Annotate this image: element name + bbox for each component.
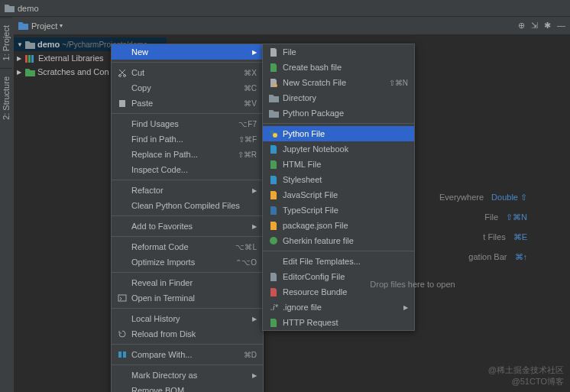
- menu-item[interactable]: Python File: [263, 126, 414, 141]
- menu-item[interactable]: Copy⌘C: [112, 80, 263, 96]
- menu-item[interactable]: Stylesheet: [263, 172, 414, 187]
- css-icon: [267, 175, 280, 185]
- hint-key: ⌘E: [513, 232, 527, 242]
- menu-label: Cut: [128, 68, 244, 77]
- svg-point-13: [274, 84, 277, 87]
- chevron-down-icon[interactable]: ▼: [17, 41, 23, 48]
- chevron-right-icon: ▶: [252, 187, 257, 194]
- tool-window-stripe: 1: Project 2: Structure: [0, 17, 14, 392]
- menu-item[interactable]: Inspect Code...: [112, 162, 263, 177]
- menu-item[interactable]: .i*.ignore file▶: [263, 300, 414, 315]
- svg-rect-8: [123, 352, 126, 358]
- hint-text: t Files: [483, 232, 505, 241]
- dir-icon: [267, 109, 280, 118]
- paste-icon: [116, 99, 128, 108]
- welcome-hints: EverywhereDouble ⇧ File⇧⌘N t Files⌘E gat…: [298, 187, 550, 294]
- menu-item[interactable]: Open in Terminal: [112, 290, 263, 306]
- menu-label: Stylesheet: [280, 175, 408, 184]
- menu-item[interactable]: Refactor▶: [112, 183, 263, 198]
- menu-label: Local History: [128, 314, 252, 323]
- menu-item[interactable]: Mark Directory as▶: [112, 368, 263, 383]
- menu-label: Copy: [128, 83, 244, 92]
- hint-text: File: [484, 212, 498, 222]
- menu-label: HTML File: [280, 160, 408, 169]
- scratch-icon: [267, 78, 280, 88]
- svg-point-3: [119, 75, 121, 77]
- chevron-right-icon: ▶: [252, 372, 257, 379]
- ec-icon: [267, 272, 280, 282]
- project-toolbar: Project ▾ ⊕ ⇲ ✱ —: [14, 17, 570, 35]
- svg-point-15: [273, 133, 277, 138]
- menu-label: New: [128, 47, 252, 57]
- menu-label: Reveal in Finder: [128, 278, 257, 287]
- menu-item[interactable]: Remove BOM: [112, 383, 263, 392]
- expand-icon[interactable]: ⇲: [531, 21, 538, 31]
- hint-key: Double ⇧: [491, 193, 527, 202]
- svg-point-4: [124, 75, 126, 77]
- menu-item[interactable]: Jupyter Notebook: [263, 141, 414, 157]
- menu-label: Reload from Disk: [128, 329, 257, 339]
- drop-hint: Drop files here to open: [370, 280, 455, 289]
- chevron-right-icon[interactable]: ▶: [17, 69, 23, 76]
- shortcut: ⌃⌥O: [235, 258, 257, 267]
- side-tab-project[interactable]: 1: Project: [0, 17, 12, 68]
- tree-label: External Libraries: [38, 53, 104, 63]
- menu-item[interactable]: Reload from Disk: [112, 326, 263, 342]
- project-label[interactable]: Project: [31, 21, 57, 31]
- shortcut: ⌥F7: [238, 120, 257, 128]
- menu-item[interactable]: Optimize Imports⌃⌥O: [112, 254, 263, 270]
- menu-item[interactable]: Directory: [263, 90, 414, 105]
- hide-icon[interactable]: —: [557, 21, 565, 31]
- menu-item[interactable]: Paste⌘V: [112, 96, 263, 111]
- menu-label: Python File: [280, 129, 408, 138]
- menu-item[interactable]: Find Usages⌥F7: [112, 116, 263, 131]
- svg-text:.i*: .i*: [270, 303, 278, 312]
- side-tab-structure[interactable]: 2: Structure: [0, 68, 12, 128]
- json-icon: [267, 221, 280, 231]
- menu-item[interactable]: Python Package: [263, 105, 414, 121]
- menu-item[interactable]: Replace in Path...⇧⌘R: [112, 147, 263, 162]
- libraries-icon: [25, 54, 36, 63]
- ign-icon: .i*: [267, 303, 280, 312]
- folder-icon: [25, 40, 35, 49]
- menu-label: File: [280, 47, 408, 57]
- menu-item[interactable]: Local History▶: [112, 311, 263, 326]
- chevron-right-icon: ▶: [252, 316, 257, 322]
- locate-icon[interactable]: ⊕: [518, 21, 525, 31]
- menu-item[interactable]: Add to Favorites▶: [112, 219, 263, 234]
- menu-item[interactable]: Clean Python Compiled Files: [112, 198, 263, 213]
- menu-item[interactable]: Reveal in Finder: [112, 275, 263, 290]
- js-icon: [267, 190, 280, 200]
- chevron-right-icon: ▶: [403, 304, 408, 311]
- jup-icon: [267, 144, 280, 154]
- gear-icon[interactable]: ✱: [544, 21, 551, 31]
- chevron-right-icon: ▶: [252, 223, 257, 230]
- menu-label: Refactor: [128, 186, 252, 195]
- dropdown-icon[interactable]: ▾: [60, 22, 63, 29]
- menu-item[interactable]: File: [263, 44, 414, 60]
- cut-icon: [116, 68, 128, 77]
- svg-rect-7: [118, 352, 121, 358]
- chevron-right-icon[interactable]: ▶: [17, 55, 23, 62]
- diff-icon: [116, 350, 128, 359]
- menu-item[interactable]: Find in Path...⇧⌘F: [112, 131, 263, 147]
- menu-item[interactable]: Create bash file: [263, 60, 414, 75]
- menu-label: Python Package: [280, 109, 408, 118]
- folder-icon: [5, 4, 15, 12]
- menu-label: Inspect Code...: [128, 165, 257, 174]
- menu-item[interactable]: New▶: [112, 44, 263, 60]
- project-name: demo: [37, 40, 60, 49]
- menu-item[interactable]: HTTP Request: [263, 315, 414, 330]
- menu-item[interactable]: HTML File: [263, 157, 414, 172]
- hint-text: Everywhere: [439, 193, 484, 202]
- menu-item[interactable]: Compare With...⌘D: [112, 347, 263, 362]
- gh-icon: [267, 236, 280, 245]
- menu-item[interactable]: New Scratch File⇧⌘N: [263, 75, 414, 90]
- scratch-icon: [25, 68, 35, 76]
- http-icon: [267, 318, 280, 328]
- menu-label: Reformat Code: [128, 242, 235, 251]
- menu-item[interactable]: Reformat Code⌥⌘L: [112, 239, 263, 254]
- svg-rect-2: [31, 55, 34, 63]
- menu-item[interactable]: Cut⌘X: [112, 65, 263, 80]
- shortcut: ⌘D: [244, 351, 257, 359]
